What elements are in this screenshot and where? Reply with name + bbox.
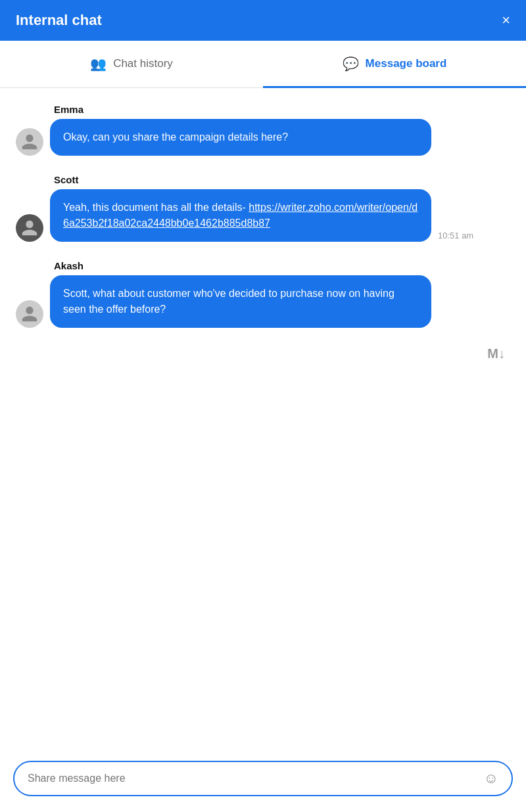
tabs-bar: 👥 Chat history 💬 Message board xyxy=(0,41,526,88)
bubble-text-akash: Scott, what about customer who've decide… xyxy=(63,288,394,315)
markdown-indicator: M↓ xyxy=(16,346,510,361)
message-row-scott: Yeah, this document has all the details-… xyxy=(16,189,510,242)
chat-area: Emma Okay, can you share the campaign de… xyxy=(0,88,526,753)
avatar-scott xyxy=(16,214,43,242)
bubble-emma: Okay, can you share the campaign details… xyxy=(50,119,431,156)
tab-chat-history[interactable]: 👥 Chat history xyxy=(0,41,263,88)
app-title: Internal chat xyxy=(16,12,102,29)
message-board-icon: 💬 xyxy=(343,56,359,72)
bubble-scott: Yeah, this document has all the details-… xyxy=(50,189,431,242)
input-area: ☺ xyxy=(0,753,526,812)
message-group-emma: Emma Okay, can you share the campaign de… xyxy=(16,104,510,156)
input-wrapper: ☺ xyxy=(13,761,513,796)
markdown-icon: M↓ xyxy=(487,346,505,361)
avatar-akash xyxy=(16,300,43,328)
tab-message-board[interactable]: 💬 Message board xyxy=(263,41,526,88)
message-row-akash: Scott, what about customer who've decide… xyxy=(16,275,510,328)
close-button[interactable]: × xyxy=(502,13,510,28)
bubble-text-scott-prefix: Yeah, this document has all the details- xyxy=(63,202,249,213)
tab-chat-history-label: Chat history xyxy=(113,57,173,70)
message-time-scott: 10:51 am xyxy=(438,231,473,242)
chat-history-icon: 👥 xyxy=(90,56,107,72)
header: Internal chat × xyxy=(0,0,526,41)
app-container: Internal chat × 👥 Chat history 💬 Message… xyxy=(0,0,526,812)
message-group-scott: Scott Yeah, this document has all the de… xyxy=(16,174,510,242)
emoji-button[interactable]: ☺ xyxy=(484,771,498,786)
tab-message-board-label: Message board xyxy=(366,57,447,70)
message-row-emma: Okay, can you share the campaign details… xyxy=(16,119,510,156)
message-group-akash: Akash Scott, what about customer who've … xyxy=(16,260,510,328)
sender-name-scott: Scott xyxy=(54,174,510,185)
bubble-akash: Scott, what about customer who've decide… xyxy=(50,275,431,328)
sender-name-emma: Emma xyxy=(54,104,510,115)
bubble-text-emma: Okay, can you share the campaign details… xyxy=(63,131,288,143)
sender-name-akash: Akash xyxy=(54,260,510,271)
message-input[interactable] xyxy=(28,773,477,784)
avatar-emma xyxy=(16,128,43,156)
